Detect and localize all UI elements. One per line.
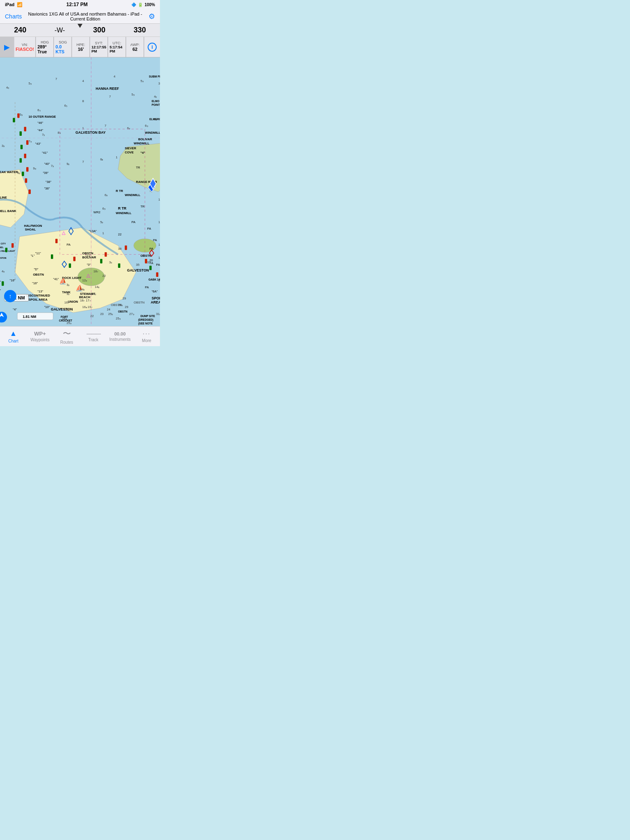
- svg-rect-163: [125, 246, 127, 250]
- svg-rect-157: [25, 178, 27, 183]
- vn-label: VN:: [22, 43, 28, 47]
- vn-value: FIASCO!: [16, 47, 34, 52]
- svg-text:8: 8: [82, 99, 84, 103]
- svg-rect-171: [5, 248, 7, 252]
- tab-more[interactable]: ··· More: [133, 326, 160, 346]
- svg-text:1.81 NM: 1.81 NM: [23, 315, 36, 319]
- svg-rect-155: [24, 154, 26, 158]
- syt-instrument: SYT: 12:17:55 PM: [90, 37, 108, 57]
- svg-text:PA: PA: [66, 243, 71, 247]
- svg-text:DISCONTINUED: DISCONTINUED: [26, 294, 50, 297]
- svg-text:COVE: COVE: [125, 151, 134, 154]
- nautical-chart: 4₉ 5₉ 7 4 4 5₉ 3₉ 9₈ 5₉ 6₅ 6₅ 8 7 5₉ 4₉ …: [0, 57, 160, 326]
- svg-rect-164: [145, 259, 147, 263]
- svg-text:"41": "41": [53, 277, 59, 281]
- svg-text:"38": "38": [46, 180, 51, 184]
- svg-text:OBSTN: OBSTN: [140, 254, 151, 258]
- svg-text:"13": "13": [37, 290, 43, 293]
- svg-text:PA: PA: [147, 227, 152, 231]
- tab-waypoints[interactable]: WP+ Waypoints: [27, 326, 53, 346]
- tab-bar: ▲ Chart WP+ Waypoints 〜 Routes ——— Track…: [0, 326, 160, 346]
- play-button[interactable]: ▶: [0, 37, 14, 57]
- svg-rect-167: [20, 131, 22, 136]
- routes-tab-label: Routes: [60, 340, 73, 345]
- svg-text:"4": "4": [140, 151, 145, 155]
- hdg-value: 289° True: [37, 44, 52, 54]
- svg-text:BREAK WATER: BREAK WATER: [0, 170, 18, 174]
- svg-text:(DREDGED): (DREDGED): [138, 318, 153, 322]
- svg-text:25₉: 25₉: [116, 317, 120, 320]
- svg-text:7: 7: [109, 95, 111, 98]
- svg-text:"46": "46": [37, 121, 43, 125]
- tab-track[interactable]: ——— Track: [80, 326, 107, 346]
- svg-rect-177: [118, 263, 120, 268]
- chart-tab-icon: ▲: [10, 329, 17, 338]
- compass-arrow-icon: [78, 24, 82, 28]
- svg-text:14₈: 14₈: [80, 288, 84, 291]
- svg-rect-162: [105, 252, 107, 257]
- svg-text:7: 7: [82, 160, 84, 164]
- svg-text:TR: TR: [136, 166, 140, 169]
- svg-text:R TR: R TR: [118, 206, 127, 210]
- svg-text:1: 1: [82, 126, 84, 130]
- syt-value: 12:17:55 PM: [91, 45, 106, 53]
- svg-text:1: 1: [103, 231, 104, 235]
- svg-text:ELMGROVE: ELMGROVE: [149, 118, 160, 121]
- svg-text:5₉: 5₉: [20, 113, 23, 116]
- svg-text:WINDMILL: WINDMILL: [116, 211, 131, 215]
- svg-text:22: 22: [90, 314, 94, 318]
- svg-text:SUBM PILES: SUBM PILES: [149, 75, 160, 78]
- svg-text:OBSTN: OBSTN: [33, 273, 44, 276]
- svg-text:24: 24: [107, 308, 111, 311]
- svg-text:6₂: 6₂: [100, 158, 103, 161]
- navigation-bar: Charts Navionics 1XG All of USA and nort…: [0, 9, 160, 24]
- svg-text:RANGE REAR LIGHT: RANGE REAR LIGHT: [0, 250, 15, 252]
- svg-text:⛵: ⛵: [59, 277, 67, 285]
- svg-rect-156: [26, 167, 28, 171]
- tab-chart[interactable]: ▲ Chart: [0, 326, 27, 346]
- svg-text:8₉: 8₉: [57, 131, 60, 135]
- svg-text:7: 7: [55, 77, 57, 81]
- tab-instruments[interactable]: 00.00 Instruments: [107, 326, 133, 346]
- status-right: 🔷 🔋 100%: [131, 2, 155, 7]
- svg-text:PIPELINE: PIPELINE: [0, 196, 7, 199]
- instruments-tab-label: Instruments: [109, 337, 130, 342]
- svg-text:22: 22: [103, 274, 106, 278]
- hpe-value: 16': [78, 47, 84, 52]
- svg-text:"4": "4": [13, 308, 17, 311]
- svg-text:WR2: WR2: [94, 210, 100, 214]
- svg-text:PA: PA: [153, 238, 158, 242]
- compass-300: 300: [93, 26, 105, 34]
- svg-text:WINDMILL: WINDMILL: [125, 193, 140, 197]
- svg-text:31₈: 31₈: [156, 312, 160, 316]
- current-location-button[interactable]: ↑: [4, 290, 16, 302]
- svg-text:"16": "16": [10, 278, 16, 282]
- svg-text:"D": "D": [34, 267, 39, 271]
- back-button[interactable]: Charts: [5, 13, 22, 20]
- svg-text:1: 1: [116, 155, 117, 159]
- svg-text:9₈: 9₈: [66, 162, 69, 166]
- svg-text:"10": "10": [44, 305, 50, 309]
- settings-gear-icon[interactable]: ⚙: [148, 12, 155, 21]
- awp-label: AWP:: [130, 43, 140, 47]
- svg-text:27₉: 27₉: [129, 312, 134, 316]
- nav-title: Navionics 1XG All of USA and northern Ba…: [22, 11, 148, 21]
- compass-bar: 240 -W- 300 330: [0, 24, 160, 37]
- svg-text:3₉: 3₉: [158, 82, 160, 85]
- svg-text:16₄: 16₄: [82, 305, 87, 309]
- svg-text:3₉: 3₉: [66, 292, 69, 296]
- svg-text:4₉: 4₉: [6, 86, 9, 89]
- svg-rect-168: [21, 145, 23, 149]
- map-area[interactable]: 4₉ 5₉ 7 4 4 5₉ 3₉ 9₈ 5₉ 6₅ 6₅ 8 7 5₉ 4₉ …: [0, 57, 160, 326]
- svg-text:GALVESTON: GALVESTON: [0, 257, 7, 259]
- sog-instrument: SOG 0.0 KTS: [54, 37, 72, 57]
- svg-text:6₉: 6₉: [105, 193, 107, 197]
- svg-text:PA: PA: [145, 285, 149, 289]
- svg-text:OBSTN: OBSTN: [118, 310, 128, 313]
- info-icon: i: [148, 43, 157, 52]
- svg-text:"43": "43": [35, 142, 41, 146]
- svg-text:△: △: [62, 230, 66, 235]
- tab-routes[interactable]: 〜 Routes: [53, 326, 80, 346]
- svg-text:"41": "41": [42, 151, 48, 155]
- info-button[interactable]: i: [144, 37, 160, 57]
